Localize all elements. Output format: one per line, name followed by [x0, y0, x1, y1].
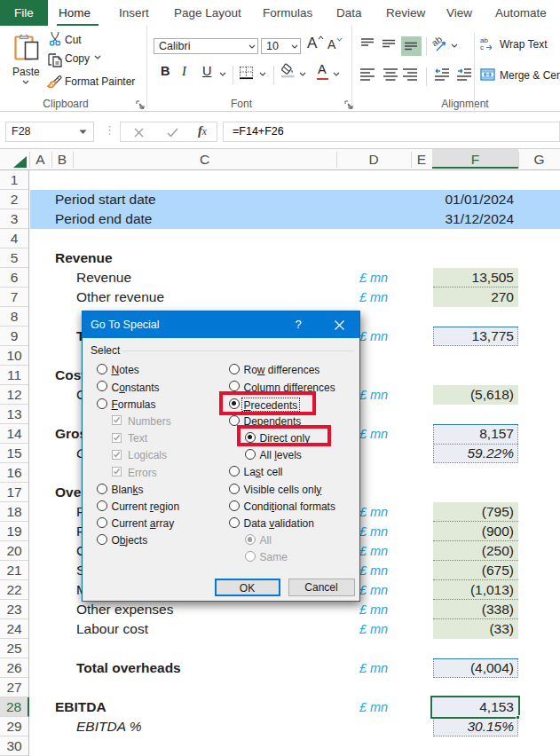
- svg-text:c: c: [480, 43, 484, 51]
